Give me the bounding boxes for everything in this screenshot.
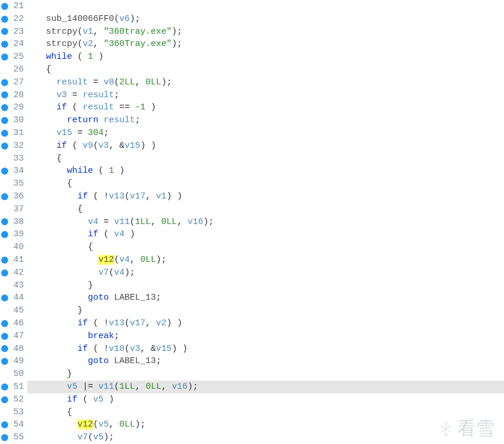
gutter-line[interactable]: 35 xyxy=(0,177,27,190)
breakpoint-dot[interactable] xyxy=(1,396,8,403)
gutter-line[interactable]: 33 xyxy=(0,152,27,165)
gutter-line[interactable]: 45 xyxy=(0,304,27,317)
gutter-line[interactable]: 36 xyxy=(0,190,27,203)
code-line[interactable]: if ( !v13(v17, v1) ) xyxy=(27,190,504,203)
gutter-line[interactable]: 34 xyxy=(0,165,27,177)
code-line[interactable]: if ( !v13(v17, v2) ) xyxy=(27,317,504,330)
code-line[interactable]: } xyxy=(27,304,504,317)
breakpoint-dot[interactable] xyxy=(1,41,8,48)
breakpoint-dot[interactable] xyxy=(1,193,8,200)
breakpoint-dot[interactable] xyxy=(1,231,8,238)
code-line[interactable]: while ( 1 ) xyxy=(27,165,504,177)
code-line[interactable]: if ( v9(v3, &v15) ) xyxy=(27,140,504,152)
breakpoint-dot[interactable] xyxy=(1,117,8,124)
code-line[interactable]: if ( v4 ) xyxy=(27,228,504,241)
code-line[interactable]: v7(v4); xyxy=(27,267,504,279)
code-line[interactable]: result = v8(2LL, 0LL); xyxy=(27,76,504,89)
breakpoint-dot[interactable] xyxy=(1,143,8,150)
gutter-line[interactable]: 53 xyxy=(0,406,27,419)
code-line[interactable]: } xyxy=(27,279,504,292)
gutter-line[interactable]: 47 xyxy=(0,330,27,343)
breakpoint-dot[interactable] xyxy=(1,66,8,73)
gutter-line[interactable]: 50 xyxy=(0,368,27,381)
gutter-line[interactable]: 43 xyxy=(0,279,27,292)
breakpoint-dot[interactable] xyxy=(1,320,8,327)
gutter-line[interactable]: 26 xyxy=(0,63,27,76)
breakpoint-dot[interactable] xyxy=(1,3,8,10)
breakpoint-dot[interactable] xyxy=(1,54,8,61)
code-line[interactable]: v12(v5, 0LL); xyxy=(27,418,504,431)
gutter-line[interactable]: 52 xyxy=(0,393,27,406)
gutter-line[interactable]: 23 xyxy=(0,26,27,38)
code-line[interactable]: v15 = 304; xyxy=(27,127,504,140)
breakpoint-dot[interactable] xyxy=(1,168,8,175)
breakpoint-dot[interactable] xyxy=(1,307,8,314)
breakpoint-dot[interactable] xyxy=(1,180,8,187)
breakpoint-dot[interactable] xyxy=(1,358,8,365)
gutter-line[interactable]: 21 xyxy=(0,0,27,13)
breakpoint-dot[interactable] xyxy=(1,16,8,23)
code-line[interactable]: v12(v4, 0LL); xyxy=(27,254,504,267)
gutter-line[interactable]: 24 xyxy=(0,38,27,51)
breakpoint-dot[interactable] xyxy=(1,206,8,213)
breakpoint-dot[interactable] xyxy=(1,257,8,264)
code-line[interactable]: if ( !v10(v3, &v15) ) xyxy=(27,343,504,356)
code-line[interactable]: } xyxy=(27,368,504,381)
breakpoint-dot[interactable] xyxy=(1,79,8,86)
code-line[interactable]: { xyxy=(27,241,504,254)
gutter-line[interactable]: 44 xyxy=(0,292,27,304)
breakpoint-dot[interactable] xyxy=(1,155,8,162)
gutter-line[interactable]: 40 xyxy=(0,241,27,254)
breakpoint-dot[interactable] xyxy=(1,383,8,390)
gutter-line[interactable]: 30 xyxy=(0,114,27,127)
code-line[interactable]: v5 |= v11(1LL, 0LL, v16); xyxy=(27,381,504,393)
breakpoint-dot[interactable] xyxy=(1,28,8,35)
code-line[interactable]: { xyxy=(27,203,504,216)
breakpoint-dot[interactable] xyxy=(1,345,8,352)
gutter-line[interactable]: 41 xyxy=(0,254,27,267)
gutter-line[interactable]: 48 xyxy=(0,343,27,356)
gutter-line[interactable]: 55 xyxy=(0,431,27,444)
code-line[interactable]: while ( 1 ) xyxy=(27,51,504,63)
breakpoint-dot[interactable] xyxy=(1,434,8,441)
code-area[interactable]: sub_140066FF0(v6); strcpy(v1, "360tray.e… xyxy=(27,0,504,444)
code-line[interactable]: { xyxy=(27,177,504,190)
breakpoint-dot[interactable] xyxy=(1,421,8,428)
breakpoint-dot[interactable] xyxy=(1,269,8,276)
breakpoint-dot[interactable] xyxy=(1,282,8,289)
code-line[interactable]: v4 = v11(1LL, 0LL, v16); xyxy=(27,216,504,229)
gutter-line[interactable]: 38 xyxy=(0,216,27,229)
gutter-line[interactable]: 37 xyxy=(0,203,27,216)
code-line[interactable]: goto LABEL_13; xyxy=(27,292,504,304)
breakpoint-dot[interactable] xyxy=(1,104,8,111)
code-line[interactable]: goto LABEL_13; xyxy=(27,355,504,368)
gutter-line[interactable]: 32 xyxy=(0,140,27,152)
breakpoint-dot[interactable] xyxy=(1,371,8,378)
gutter-line[interactable]: 42 xyxy=(0,267,27,279)
gutter-line[interactable]: 39 xyxy=(0,228,27,241)
gutter-line[interactable]: 29 xyxy=(0,101,27,114)
gutter-line[interactable]: 31 xyxy=(0,127,27,140)
breakpoint-dot[interactable] xyxy=(1,91,8,98)
gutter-line[interactable]: 22 xyxy=(0,13,27,26)
code-line[interactable]: { xyxy=(27,152,504,165)
gutter-line[interactable]: 49 xyxy=(0,355,27,368)
gutter-line[interactable]: 46 xyxy=(0,317,27,330)
code-line[interactable]: { xyxy=(27,63,504,76)
breakpoint-dot[interactable] xyxy=(1,294,8,301)
code-line[interactable]: break; xyxy=(27,330,504,343)
code-line[interactable]: strcpy(v1, "360tray.exe"); xyxy=(27,26,504,38)
breakpoint-dot[interactable] xyxy=(1,409,8,415)
breakpoint-dot[interactable] xyxy=(1,333,8,340)
breakpoint-dot[interactable] xyxy=(1,130,8,137)
code-line[interactable]: v7(v5); xyxy=(27,431,504,444)
code-line[interactable]: sub_140066FF0(v6); xyxy=(27,13,504,26)
breakpoint-dot[interactable] xyxy=(1,244,8,251)
gutter-line[interactable]: 25 xyxy=(0,51,27,63)
gutter-line[interactable]: 51 xyxy=(0,381,27,393)
gutter-line[interactable]: 27 xyxy=(0,76,27,89)
code-line[interactable]: v3 = result; xyxy=(27,89,504,102)
code-line[interactable]: if ( result == -1 ) xyxy=(27,101,504,114)
code-line[interactable] xyxy=(27,0,504,13)
code-line[interactable]: return result; xyxy=(27,114,504,127)
